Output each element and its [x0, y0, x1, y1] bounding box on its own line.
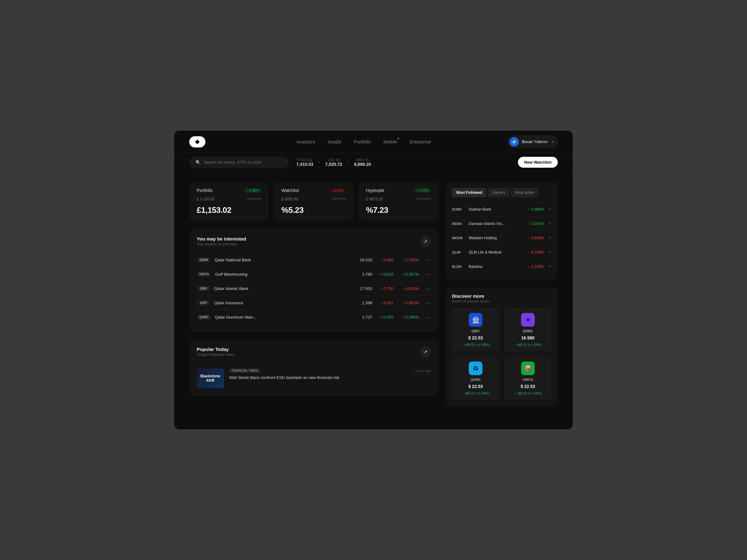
watchlist-small-value: £ 2032.53 — [281, 197, 298, 201]
portfolio-card-header: Portfolio ↑ 0.66% — [197, 188, 261, 193]
interested-panel-header: You may be interested Top movers on your… — [197, 236, 431, 247]
watchlist-panel: Most Followed Gainers Most active DUBK D… — [446, 182, 558, 280]
qnbk-icon: ✳ — [521, 313, 535, 327]
add-bldn-button[interactable]: + — [548, 263, 551, 270]
interested-panel: You may be interested Top movers on your… — [189, 229, 438, 331]
stock-ticker-qibk: QIBK — [197, 286, 210, 292]
news-content: FINANCIAL TIMES 7 hours ago Wall Street … — [229, 368, 431, 380]
hypeople-card-header: Hypeople ↑ 3.72% — [366, 188, 431, 193]
hypeople-big-value: %7.23 — [366, 205, 431, 215]
stock-ticker-gwcs: GWCS — [197, 271, 211, 277]
new-watchlist-button[interactable]: New Watchlist — [518, 157, 558, 168]
ticker-bar: 🔍 FTSE 100 7,410.03 • CAC 40 7,025.72 • … — [174, 153, 573, 172]
search-icon: 🔍 — [196, 160, 201, 165]
qamc-icon: ♻ — [469, 362, 483, 375]
remove-qati-button[interactable]: — — [425, 300, 431, 306]
discover-card-qibk[interactable]: 🏦 QIBK $ 22.53 ↑ +$0.02 (+1.68%) — [452, 308, 499, 351]
interested-arrow-button[interactable]: ↗ — [420, 236, 431, 247]
watchlist-row-bema: BEMA Damaan Islamic Ins... ↑ 2.021% + — [452, 216, 551, 231]
popular-today-titles: Popular Today Today's financial news — [197, 347, 234, 357]
watchlist-row-bldn: BLDN Baladna ↓ 1.229% + — [452, 260, 551, 273]
nav-portfolio[interactable]: Portfolio — [354, 138, 371, 145]
stock-ticker-qnbk: QNBK — [197, 257, 211, 263]
discover-panel: Discover more Based on popular stocks 🏦 … — [446, 287, 558, 406]
stock-ticker-qamc: QAMC — [197, 314, 211, 320]
watchlist-big-value: %5.23 — [281, 205, 346, 215]
user-menu-button[interactable]: 🌍 Burak Yıldırım ▾ — [507, 135, 558, 149]
portfolio-badge: ↑ 0.66% — [244, 188, 261, 193]
add-qlmi-button[interactable]: + — [548, 249, 551, 256]
add-bema-button[interactable]: + — [548, 220, 551, 227]
avatar: 🌍 — [510, 137, 519, 146]
stock-ticker-qati: QATI — [197, 300, 210, 306]
popular-today-header: Popular Today Today's financial news ↗ — [197, 347, 431, 357]
mobile-notification-dot — [397, 138, 399, 139]
portfolio-sparkline: 〜〜〜 — [247, 195, 261, 203]
ticker-ibex35: IBEX 35 8,890.20 — [354, 158, 371, 167]
right-column: Most Followed Gainers Most active DUBK D… — [446, 182, 558, 406]
watchlist-badge: ↓ 5.21% — [329, 188, 346, 193]
news-thumb-text: Blackstone KKR — [197, 368, 224, 388]
table-row: QIBK Qatar Islamic Bank 17.910 - 0.750 ↓… — [197, 282, 431, 296]
remove-qibk-button[interactable]: — — [425, 285, 431, 292]
remove-qnbk-button[interactable]: — — [425, 257, 431, 263]
interested-title: You may be interested — [197, 236, 246, 241]
navbar: Analytics Insight Portfolio Mobile Enter… — [174, 131, 573, 153]
discover-card-gwcs[interactable]: 📦 GWCS $ 22.53 ↑ +$0.02 (+1.68%) — [504, 356, 551, 400]
nav-analytics[interactable]: Analytics — [297, 138, 315, 145]
watchlist-row-dubk: DUBK Dukhan Bank ↑ 0.388% + — [452, 202, 551, 216]
hypeople-small-value: £ 9873.23 — [366, 197, 383, 201]
user-name: Burak Yıldırım — [522, 139, 547, 144]
logo-button[interactable] — [189, 136, 205, 148]
discover-subtitle: Based on popular stocks — [452, 299, 551, 303]
remove-qamc-button[interactable]: — — [425, 314, 431, 320]
add-mkdm-button[interactable]: + — [548, 235, 551, 241]
watchlist-card: Watchlist ↓ 5.21% £ 2032.53 〜〜〜 %5.23 — [274, 182, 354, 221]
ticker-sep-2: • — [347, 159, 349, 165]
portfolio-small-value: £ 1,120.02 — [197, 197, 214, 201]
table-row: QATI Qatar Insurance 1.599 - 0.001 ↓ 0.0… — [197, 296, 431, 310]
ticker-items: FTSE 100 7,410.03 • CAC 40 7,025.72 • IB… — [296, 158, 511, 167]
popular-today-arrow-button[interactable]: ↗ — [420, 347, 431, 357]
add-dubk-button[interactable]: + — [548, 206, 551, 212]
popular-today-subtitle: Today's financial news — [197, 352, 234, 357]
portfolio-mid-row: £ 1,120.02 〜〜〜 — [197, 195, 261, 203]
news-thumbnail: Blackstone KKR — [197, 368, 224, 388]
popular-today-panel: Popular Today Today's financial news ↗ B… — [189, 339, 438, 396]
svg-text:🌍: 🌍 — [512, 140, 516, 144]
list-item[interactable]: Blackstone KKR FINANCIAL TIMES 7 hours a… — [197, 364, 431, 388]
portfolio-big-value: £1,153.02 — [197, 205, 261, 215]
discover-card-qnbk[interactable]: ✳ QNBK 16.580 ↑ +$0.02 (+1.68%) — [504, 308, 551, 351]
watchlist-row-qlmi: QLMI QLM Life & Medical ↓ 6.188% + — [452, 245, 551, 260]
discover-card-qamc[interactable]: ♻ QAMC $ 22.53 ↑ +$0.02 (+1.68%) — [452, 356, 499, 400]
discover-title: Discover more — [452, 293, 551, 299]
qibk-icon: 🏦 — [469, 313, 483, 327]
ticker-cac40: CAC 40 7,025.72 — [325, 158, 342, 167]
search-box[interactable]: 🔍 — [189, 157, 289, 168]
hypeople-card: Hypeople ↑ 3.72% £ 9873.23 〜〜〜 %7.23 — [359, 182, 438, 221]
left-column: Portfolio ↑ 0.66% £ 1,120.02 〜〜〜 £1,153.… — [189, 182, 438, 406]
nav-enterprise[interactable]: Enterprise — [410, 138, 431, 145]
interested-subtitle: Top movers on your lists — [197, 242, 246, 246]
interested-panel-titles: You may be interested Top movers on your… — [197, 236, 246, 246]
remove-gwcs-button[interactable]: — — [425, 271, 431, 277]
nav-insight[interactable]: Insight — [328, 138, 341, 145]
nav-mobile[interactable]: Mobile — [383, 138, 397, 145]
tab-most-followed[interactable]: Most Followed — [452, 188, 487, 197]
news-source-row: FINANCIAL TIMES 7 hours ago — [229, 368, 431, 373]
chevron-down-icon: ▾ — [552, 140, 553, 143]
hypeople-badge: ↑ 3.72% — [413, 188, 431, 193]
ticker-sep-1: • — [318, 159, 320, 165]
gwcs-icon: 📦 — [521, 362, 535, 375]
portfolio-card: Portfolio ↑ 0.66% £ 1,120.02 〜〜〜 £1,153.… — [189, 182, 269, 221]
watchlist-sparkline: 〜〜〜 — [331, 195, 346, 203]
main-content: Portfolio ↑ 0.66% £ 1,120.02 〜〜〜 £1,153.… — [174, 172, 573, 416]
table-row: GWCS Gulf Warehousing 3.760 + 0.010 ↑ 0.… — [197, 267, 431, 282]
ticker-ftse100: FTSE 100 7,410.03 — [296, 158, 313, 167]
app-container: Analytics Insight Portfolio Mobile Enter… — [174, 131, 573, 429]
tab-most-active[interactable]: Most active — [511, 188, 538, 197]
tab-gainers[interactable]: Gainers — [488, 188, 510, 197]
hypeople-sparkline: 〜〜〜 — [416, 195, 431, 203]
search-input[interactable] — [204, 160, 283, 165]
watchlist-card-header: Watchlist ↓ 5.21% — [281, 188, 346, 193]
